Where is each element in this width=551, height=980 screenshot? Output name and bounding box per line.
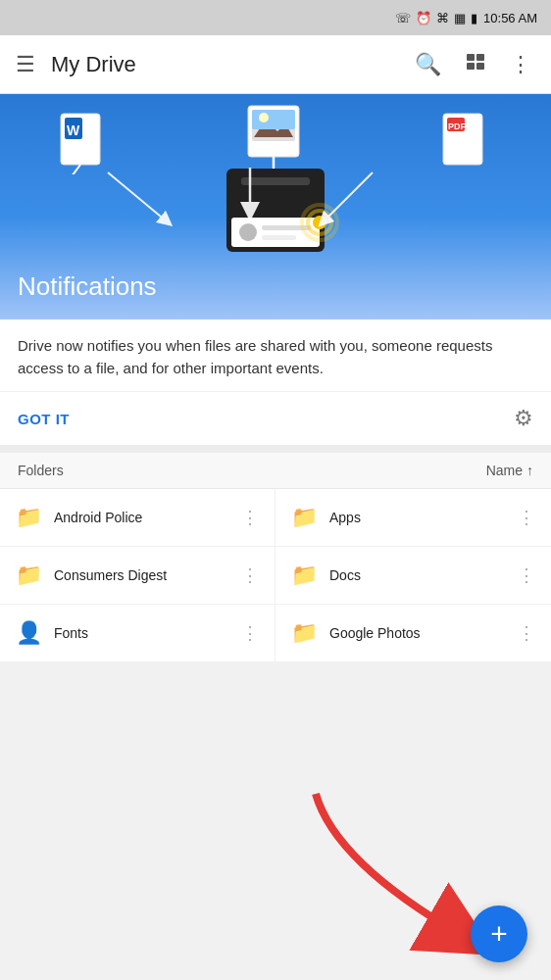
status-icons: ☏ ⏰ ⌘ ▦ ▮ [395,11,477,25]
person-folder-icon: 👤 [16,620,42,646]
page-title: My Drive [51,52,395,77]
add-icon: + [490,919,508,949]
notification-section: Drive now notifies you when files are sh… [0,319,551,391]
folder-icon: 📁 [291,620,318,646]
bluetooth-icon: ☏ [395,11,411,25]
banner-content: Notifications [0,258,551,319]
svg-rect-13 [252,110,295,129]
folder-name: Consumers Digest [54,566,225,584]
folder-name: Fonts [54,624,225,642]
folders-header: Folders Name ↑ [0,453,551,489]
svg-text:PDF: PDF [448,122,467,131]
folders-grid: 📁 Android Police ⋮ 📁 Apps ⋮ 📁 Consumers … [0,489,551,662]
folder-name: Apps [329,509,502,526]
folder-more-icon[interactable]: ⋮ [514,618,539,648]
pdf-doc-icon: PDF [441,112,492,174]
signal-icon: ▦ [454,11,466,25]
settings-icon[interactable]: ⚙ [514,406,533,431]
svg-point-29 [313,216,326,229]
folder-consumers-digest[interactable]: 📁 Consumers Digest ⋮ [0,547,276,605]
folder-android-police[interactable]: 📁 Android Police ⋮ [0,489,276,547]
add-fab-button[interactable]: + [471,906,527,962]
sort-arrow-icon: ↑ [526,463,533,478]
section-divider [0,445,551,453]
more-options-button[interactable]: ⋮ [506,48,535,81]
folder-icon: 📁 [291,505,318,530]
got-it-button[interactable]: GOT IT [18,411,70,427]
folder-name: Android Police [54,509,225,526]
folder-fonts[interactable]: 👤 Fonts ⋮ [0,605,276,662]
svg-rect-26 [262,235,296,240]
folder-docs[interactable]: 📁 Docs ⋮ [276,547,551,605]
menu-icon[interactable]: ☰ [16,52,35,77]
svg-line-30 [108,172,167,221]
app-bar: ☰ My Drive 🔍 ⋮ [0,35,551,94]
folder-more-icon[interactable]: ⋮ [237,503,263,532]
svg-rect-22 [241,177,310,185]
sort-control[interactable]: Name ↑ [486,463,533,478]
svg-rect-2 [467,63,475,70]
sort-label-text: Name [486,463,523,478]
image-doc-icon [244,102,307,165]
folder-google-photos[interactable]: 📁 Google Photos ⋮ [276,605,551,662]
got-it-row: GOT IT ⚙ [0,391,551,445]
svg-point-14 [259,113,269,122]
status-time: 10:56 AM [483,11,537,25]
status-bar: ☏ ⏰ ⌘ ▦ ▮ 10:56 AM [0,0,551,35]
banner: W PDF [0,94,551,319]
list-view-button[interactable] [461,47,490,82]
svg-rect-0 [467,54,475,61]
search-button[interactable]: 🔍 [411,48,445,81]
folder-more-icon[interactable]: ⋮ [514,561,539,590]
svg-rect-1 [476,54,484,61]
folder-icon: 📁 [16,505,42,530]
word-doc-icon: W [59,112,110,174]
svg-rect-3 [476,63,484,70]
svg-point-24 [239,223,257,241]
wifi-icon: ⌘ [436,11,449,25]
folder-more-icon[interactable]: ⋮ [237,561,263,590]
folder-icon: 📁 [16,563,42,588]
folder-more-icon[interactable]: ⋮ [237,618,263,648]
svg-line-8 [69,165,80,174]
battery-icon: ▮ [471,11,477,25]
alarm-icon: ⏰ [416,11,431,25]
notification-text: Drive now notifies you when files are sh… [18,335,533,379]
svg-text:W: W [67,122,80,138]
folder-more-icon[interactable]: ⋮ [514,503,539,532]
folder-apps[interactable]: 📁 Apps ⋮ [276,489,551,547]
banner-title: Notifications [18,271,157,301]
folder-name: Google Photos [329,624,502,642]
folder-icon: 📁 [291,563,318,588]
folders-label: Folders [18,463,64,478]
folder-name: Docs [329,566,502,584]
